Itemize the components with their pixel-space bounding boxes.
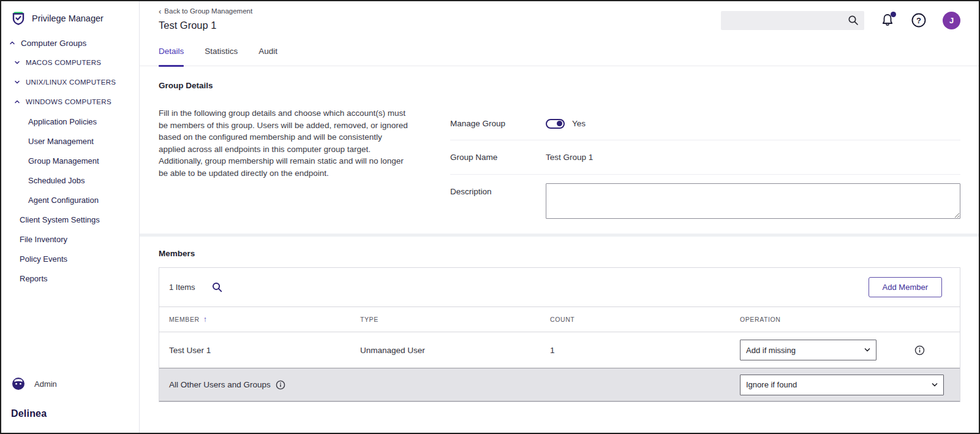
chevron-down-icon <box>13 78 21 86</box>
sidebar-item-agent-configuration[interactable]: Agent Configuration <box>1 190 139 210</box>
default-operation-cell: Ignore if found <box>740 375 960 395</box>
admin-label: Admin <box>34 379 57 389</box>
app-window: Privilege Manager Computer Groups MACOS … <box>0 0 980 434</box>
sidebar: Privilege Manager Computer Groups MACOS … <box>1 1 140 433</box>
manage-group-label: Manage Group <box>450 119 546 128</box>
default-operation-select[interactable]: Ignore if found <box>740 375 944 395</box>
sidebar-item-label: Policy Events <box>20 254 67 264</box>
sidebar-item-label: File Inventory <box>20 235 67 244</box>
notifications-button[interactable] <box>880 13 895 28</box>
back-chevron-icon: ‹ <box>159 8 161 15</box>
members-table-header: MEMBER ↑ TYPE COUNT OPERATION <box>159 306 960 332</box>
sidebar-item-label: Computer Groups <box>21 39 86 48</box>
notification-badge <box>891 12 896 17</box>
info-icon[interactable] <box>276 380 285 390</box>
delinea-logo: Delinea <box>1 400 139 433</box>
members-search-icon[interactable] <box>211 281 223 293</box>
sidebar-item-label: Scheduled Jobs <box>28 176 85 185</box>
sidebar-item-computer-groups[interactable]: Computer Groups <box>1 33 139 53</box>
help-button[interactable]: ? <box>911 12 927 28</box>
sidebar-item-label: User Management <box>28 137 94 146</box>
column-header-type[interactable]: TYPE <box>360 316 550 323</box>
group-name-label: Group Name <box>450 153 546 162</box>
manage-group-value: Yes <box>572 119 586 128</box>
user-avatar[interactable]: J <box>943 12 960 29</box>
column-label: OPERATION <box>740 316 780 323</box>
sidebar-item-label: Reports <box>20 274 48 283</box>
toggle-knob <box>557 121 562 126</box>
type-cell: Unmanaged User <box>360 346 550 355</box>
column-header-operation[interactable]: OPERATION <box>740 316 960 323</box>
breadcrumb-label: Back to Group Management <box>164 7 252 15</box>
global-search-input[interactable] <box>721 11 864 30</box>
sidebar-item-label: Agent Configuration <box>28 196 99 205</box>
sort-asc-icon: ↑ <box>203 315 208 324</box>
sidebar-item-unix-linux-computers[interactable]: UNIX/LINUX COMPUTERS <box>1 72 139 92</box>
column-label: COUNT <box>550 316 575 323</box>
sidebar-item-file-inventory[interactable]: File Inventory <box>1 229 139 249</box>
tab-bar: Details Statistics Audit <box>140 33 979 66</box>
tab-details[interactable]: Details <box>159 47 184 66</box>
top-actions: ? J <box>721 7 960 33</box>
shield-logo-icon <box>11 11 26 26</box>
column-header-member[interactable]: MEMBER ↑ <box>169 315 360 324</box>
items-count: 1 Items <box>169 283 195 292</box>
row-info-icon[interactable] <box>914 345 925 356</box>
operation-select[interactable]: Add if missing <box>740 340 876 360</box>
main-content: ‹ Back to Group Management Test Group 1 <box>140 1 979 433</box>
sidebar-item-macos-computers[interactable]: MACOS COMPUTERS <box>1 53 139 72</box>
page-header: ‹ Back to Group Management Test Group 1 <box>159 7 252 33</box>
tab-audit[interactable]: Audit <box>258 47 277 66</box>
search-icon[interactable] <box>847 14 859 26</box>
sidebar-item-client-system-settings[interactable]: Client System Settings <box>1 210 139 229</box>
sidebar-item-reports[interactable]: Reports <box>1 268 139 288</box>
manage-group-row: Manage Group Yes <box>450 107 960 140</box>
group-details-section: Group Details Fill in the following grou… <box>140 66 979 234</box>
operation-cell: Add if missing <box>740 340 960 360</box>
members-section: Members 1 Items Add Member MEMBER ↑ TYPE… <box>140 237 979 402</box>
description-label: Description <box>450 183 546 196</box>
app-logo-row[interactable]: Privilege Manager <box>1 1 139 33</box>
default-operation-select-wrap: Ignore if found <box>740 375 944 395</box>
app-title: Privilege Manager <box>32 13 104 23</box>
breadcrumb[interactable]: ‹ Back to Group Management <box>159 7 252 15</box>
sidebar-item-user-management[interactable]: User Management <box>1 131 139 151</box>
admin-menu[interactable]: Admin <box>1 368 139 400</box>
topbar: ‹ Back to Group Management Test Group 1 <box>140 1 979 33</box>
sidebar-item-application-policies[interactable]: Application Policies <box>1 112 139 131</box>
sidebar-item-label: Client System Settings <box>20 215 100 224</box>
add-member-button[interactable]: Add Member <box>869 277 942 297</box>
description-row: Description <box>450 175 960 223</box>
question-icon: ? <box>911 12 927 28</box>
sidebar-item-label: WINDOWS COMPUTERS <box>26 98 111 105</box>
member-cell: Test User 1 <box>169 346 360 355</box>
group-details-description: Fill in the following group details and … <box>159 107 409 223</box>
tab-statistics[interactable]: Statistics <box>205 47 238 66</box>
sidebar-item-label: Application Policies <box>28 117 97 126</box>
table-row: Test User 1 Unmanaged User 1 Add if miss… <box>159 332 960 368</box>
global-search <box>721 11 864 30</box>
description-textarea[interactable] <box>546 183 960 219</box>
sidebar-item-windows-computers[interactable]: WINDOWS COMPUTERS <box>1 92 139 112</box>
group-details-heading: Group Details <box>159 81 960 90</box>
group-name-row: Group Name Test Group 1 <box>450 140 960 175</box>
column-label: MEMBER <box>169 316 200 323</box>
column-header-count[interactable]: COUNT <box>550 316 740 323</box>
all-other-users-row: All Other Users and Groups Ignore if fou… <box>159 368 960 402</box>
group-details-form: Manage Group Yes Group Name Test Group 1… <box>450 107 960 223</box>
sidebar-item-policy-events[interactable]: Policy Events <box>1 249 139 268</box>
all-other-users-label: All Other Users and Groups <box>169 380 271 389</box>
admin-face-icon <box>11 376 26 391</box>
group-name-value: Test Group 1 <box>546 153 593 162</box>
members-panel: 1 Items Add Member MEMBER ↑ TYPE COUNT O… <box>159 267 960 402</box>
manage-group-toggle[interactable] <box>546 119 565 129</box>
chevron-up-icon <box>9 39 16 47</box>
sidebar-item-label: UNIX/LINUX COMPUTERS <box>26 78 116 86</box>
sidebar-item-label: Group Management <box>28 156 99 166</box>
sidebar-footer: Admin Delinea <box>1 368 139 433</box>
count-cell: 1 <box>550 346 740 355</box>
sidebar-item-scheduled-jobs[interactable]: Scheduled Jobs <box>1 170 139 190</box>
sidebar-item-label: MACOS COMPUTERS <box>26 59 101 66</box>
page-title: Test Group 1 <box>159 20 252 31</box>
sidebar-item-group-management[interactable]: Group Management <box>1 151 139 170</box>
